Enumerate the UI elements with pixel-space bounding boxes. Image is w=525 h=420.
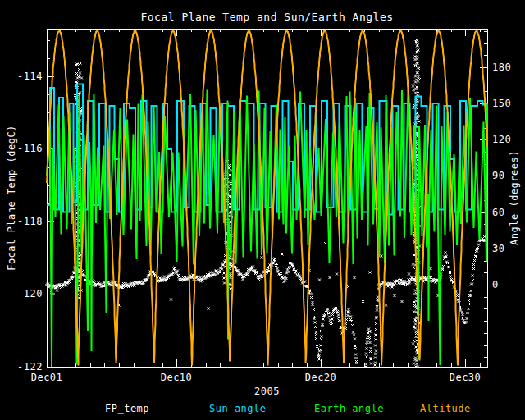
legend-item-earth-angle: Earth angle xyxy=(314,403,384,414)
x-tick-label: Dec30 xyxy=(450,372,482,383)
y-right-tick-label: 60 xyxy=(492,207,504,218)
x-tick-label: Dec20 xyxy=(305,372,337,383)
y-left-tick-label: -116 xyxy=(17,143,43,154)
y-axis-right-label: Angle (degrees) xyxy=(509,150,520,245)
x-tick-label: Dec10 xyxy=(161,372,193,383)
x-tick-label: Dec01 xyxy=(31,372,63,383)
y-right-tick-label: 150 xyxy=(492,98,511,109)
plot-canvas: Dec01Dec10Dec20Dec30-122-120-118-116-114… xyxy=(0,0,525,420)
y-left-tick-label: -118 xyxy=(17,216,43,227)
y-axis-left-label: Focal Plane Temp (degC) xyxy=(6,125,17,271)
y-left-tick-label: -122 xyxy=(17,361,43,372)
telemetry-plot-window: Dec01Dec10Dec20Dec30-122-120-118-116-114… xyxy=(0,0,525,420)
y-left-tick-label: -120 xyxy=(17,288,43,299)
y-left-tick-label: -114 xyxy=(17,71,43,82)
x-axis-year-label: 2005 xyxy=(47,386,487,397)
y-right-tick-label: 0 xyxy=(492,279,499,290)
legend-item-sun-angle: Sun angle xyxy=(209,403,267,414)
chart-title: Focal Plane Temp and Sun/Earth Angles xyxy=(47,11,487,23)
legend-item-altitude: Altitude xyxy=(420,403,471,414)
legend-item-fp-temp: FP_temp xyxy=(105,403,149,414)
y-right-tick-label: 180 xyxy=(492,62,511,73)
y-right-tick-label: 30 xyxy=(492,243,504,254)
y-right-tick-label: 90 xyxy=(492,170,504,181)
y-right-tick-label: 120 xyxy=(492,134,511,145)
